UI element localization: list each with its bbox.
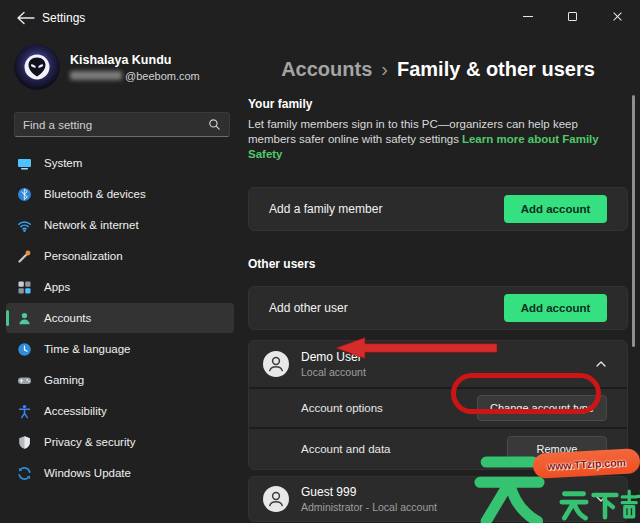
privacy-icon <box>17 435 32 450</box>
account-options-label: Account options <box>301 402 477 414</box>
profile-name: Kishalaya Kundu <box>70 53 200 67</box>
sidebar-item-label: Time & language <box>44 343 131 355</box>
profile-text: Kishalaya Kundu @beebom.com <box>70 53 200 82</box>
close-button[interactable] <box>595 0 640 32</box>
profile-block[interactable]: Kishalaya Kundu @beebom.com <box>14 44 200 90</box>
maximize-button[interactable] <box>550 0 595 32</box>
sidebar-item-label: System <box>44 157 82 169</box>
settings-window: { "window": { "title": "Settings" }, "pr… <box>0 0 640 523</box>
sidebar-item-network[interactable]: Network & internet <box>6 210 234 240</box>
watermark-char-tian-icon <box>558 487 590 523</box>
sidebar-item-label: Gaming <box>44 374 84 386</box>
sidebar-item-label: Network & internet <box>44 219 139 231</box>
search-icon[interactable] <box>208 118 221 131</box>
sidebar-item-label: Personalization <box>44 250 123 262</box>
sidebar-item-label: Bluetooth & devices <box>44 188 146 200</box>
red-circle-annotation <box>451 373 601 414</box>
sidebar-item-label: Accounts <box>44 312 91 324</box>
app-title: Settings <box>42 11 85 25</box>
apps-icon <box>17 280 32 295</box>
sidebar-item-personalization[interactable]: Personalization <box>6 241 234 271</box>
add-family-account-button[interactable]: Add account <box>504 195 607 223</box>
minimize-button[interactable] <box>505 0 550 32</box>
breadcrumb-separator: › <box>381 58 388 80</box>
sidebar-item-accounts[interactable]: Accounts <box>6 303 234 333</box>
personalization-icon <box>17 249 32 264</box>
sidebar-item-label: Windows Update <box>44 467 131 479</box>
accessibility-icon <box>17 404 32 419</box>
chevron-up-icon[interactable] <box>595 358 607 370</box>
sidebar-item-bluetooth[interactable]: Bluetooth & devices <box>6 179 234 209</box>
main-scrollbar[interactable] <box>632 95 635 347</box>
close-icon <box>612 11 623 22</box>
add-family-member-row: Add a family member Add account <box>248 187 628 231</box>
system-icon <box>17 156 32 171</box>
watermark: www.TTzip.com <box>462 444 640 523</box>
add-other-user-row: Add other user Add account <box>248 286 628 330</box>
watermark-site-text: www.TTzip.com <box>547 455 626 471</box>
sidebar-item-accessibility[interactable]: Accessibility <box>6 396 234 426</box>
watermark-char-xia-icon <box>590 487 620 523</box>
sidebar-item-system[interactable]: System <box>6 148 234 178</box>
beebom-alien-avatar-icon <box>14 44 60 90</box>
time-language-icon <box>17 342 32 357</box>
bluetooth-icon <box>17 187 32 202</box>
sidebar: Kishalaya Kundu @beebom.com System <box>0 36 240 523</box>
title-bar: Settings <box>0 0 640 36</box>
profile-email: @beebom.com <box>70 70 200 82</box>
page-title: Family & other users <box>397 58 595 80</box>
guest-avatar-icon <box>263 486 289 512</box>
back-arrow-icon <box>14 9 38 27</box>
your-family-heading: Your family <box>248 97 628 112</box>
demo-user-avatar-icon <box>263 351 289 377</box>
watermark-site-pill: www.TTzip.com <box>532 448 640 479</box>
other-users-heading: Other users <box>248 257 628 272</box>
network-icon <box>17 218 32 233</box>
breadcrumb: Accounts›Family & other users <box>248 58 628 85</box>
sidebar-item-gaming[interactable]: Gaming <box>6 365 234 395</box>
back-button[interactable] <box>14 9 38 27</box>
sidebar-item-apps[interactable]: Apps <box>6 272 234 302</box>
your-family-description: Let family members sign in to this PC—or… <box>248 117 627 162</box>
accounts-icon <box>17 311 32 326</box>
sidebar-item-label: Privacy & security <box>44 436 135 448</box>
sidebar-item-privacy[interactable]: Privacy & security <box>6 427 234 457</box>
email-domain: @beebom.com <box>125 70 200 82</box>
add-family-member-label: Add a family member <box>269 202 504 216</box>
email-redacted-blur <box>70 71 122 80</box>
sidebar-item-time-language[interactable]: Time & language <box>6 334 234 364</box>
windows-update-icon <box>17 466 32 481</box>
sidebar-item-windows-update[interactable]: Windows Update <box>6 458 234 488</box>
window-controls <box>505 0 640 32</box>
gaming-icon <box>17 373 32 388</box>
search-input[interactable] <box>15 119 208 131</box>
sidebar-item-label: Apps <box>44 281 70 293</box>
red-arrow-annotation <box>334 335 499 365</box>
search-box[interactable] <box>14 112 230 137</box>
sidebar-nav: System Bluetooth & devices Network & int… <box>6 148 234 489</box>
minimize-icon <box>523 16 533 17</box>
maximize-icon <box>568 12 577 21</box>
add-other-user-label: Add other user <box>269 301 504 315</box>
add-other-account-button[interactable]: Add account <box>504 294 607 322</box>
breadcrumb-accounts[interactable]: Accounts <box>281 58 372 80</box>
watermark-char-zai-icon <box>619 487 640 523</box>
avatar <box>14 44 60 90</box>
sidebar-item-label: Accessibility <box>44 405 107 417</box>
